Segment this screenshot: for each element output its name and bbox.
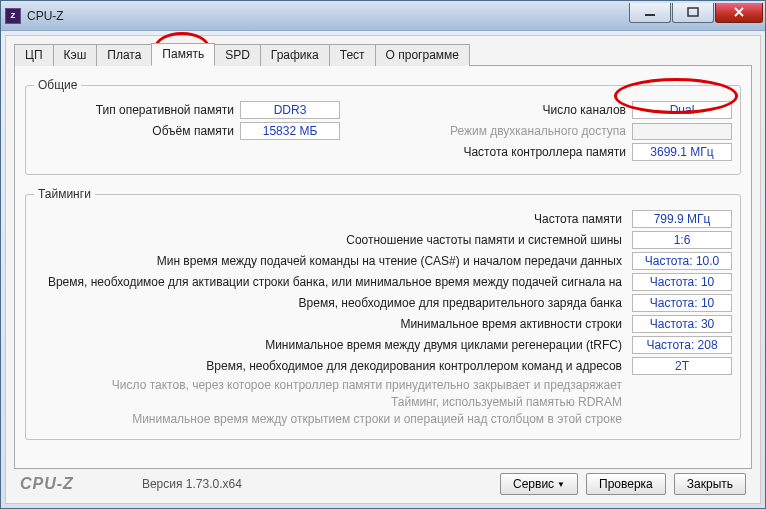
- timing-value: Частота: 10.0: [632, 252, 732, 270]
- timing-label: Время, необходимое для декодирования кон…: [34, 359, 622, 373]
- svg-rect-1: [688, 8, 698, 16]
- tab-test[interactable]: Тест: [329, 44, 376, 66]
- footer: CPU-Z Версия 1.73.0.x64 Сервис ▼ Проверк…: [14, 469, 752, 497]
- channels-value: Dual: [632, 101, 732, 119]
- timing-label-disabled: Число тактов, через которое контроллер п…: [34, 378, 622, 392]
- close-button[interactable]: [715, 3, 763, 23]
- window-controls: [629, 3, 763, 23]
- timing-label: Время, необходимое для активации строки …: [34, 275, 622, 289]
- dc-mode-label: Режим двухканального доступа: [450, 124, 626, 138]
- tab-memory[interactable]: Память: [151, 43, 215, 66]
- svg-rect-0: [645, 14, 655, 16]
- general-group: Общие Тип оперативной памяти DDR3 Число …: [25, 78, 741, 175]
- memory-tab-panel: Общие Тип оперативной памяти DDR3 Число …: [14, 65, 752, 469]
- general-legend: Общие: [34, 78, 81, 92]
- timing-label: Частота памяти: [34, 212, 622, 226]
- maximize-button[interactable]: [672, 3, 714, 23]
- brand-label: CPU-Z: [20, 475, 74, 493]
- client-area: ЦП Кэш Плата Память SPD Графика Тест О п…: [5, 35, 761, 504]
- mem-type-label: Тип оперативной памяти: [34, 103, 234, 117]
- tab-board[interactable]: Плата: [96, 44, 152, 66]
- tab-graphics[interactable]: Графика: [260, 44, 330, 66]
- mem-size-value: 15832 МБ: [240, 122, 340, 140]
- timing-value: 1:6: [632, 231, 732, 249]
- timing-label-disabled: Тайминг, используемый памятью RDRAM: [34, 395, 622, 409]
- tab-spd[interactable]: SPD: [214, 44, 261, 66]
- close-app-button-label: Закрыть: [687, 477, 733, 491]
- maximize-icon: [687, 7, 699, 17]
- timing-value: Частота: 10: [632, 273, 732, 291]
- tab-cache[interactable]: Кэш: [53, 44, 98, 66]
- timing-label: Минимальное время активности строки: [34, 317, 622, 331]
- tools-button-label: Сервис: [513, 477, 554, 491]
- tab-strip: ЦП Кэш Плата Память SPD Графика Тест О п…: [14, 42, 752, 66]
- app-window: Z CPU-Z ЦП Кэш Плата Память SPD Графика …: [0, 0, 766, 509]
- minimize-icon: [644, 7, 656, 17]
- validate-button[interactable]: Проверка: [586, 473, 666, 495]
- timings-group: Тайминги Частота памяти799.9 МГц Соотнош…: [25, 187, 741, 440]
- timing-label-disabled: Минимальное время между открытием строки…: [34, 412, 622, 426]
- timing-value: 799.9 МГц: [632, 210, 732, 228]
- timing-label: Минимальное время между двумя циклами ре…: [34, 338, 622, 352]
- nb-freq-label: Частота контроллера памяти: [463, 145, 626, 159]
- minimize-button[interactable]: [629, 3, 671, 23]
- channels-label: Число каналов: [496, 103, 626, 117]
- close-app-button[interactable]: Закрыть: [674, 473, 746, 495]
- version-label: Версия 1.73.0.x64: [142, 477, 242, 491]
- timing-value: Частота: 208: [632, 336, 732, 354]
- timing-label: Соотношение частоты памяти и системной ш…: [34, 233, 622, 247]
- tab-cpu[interactable]: ЦП: [14, 44, 54, 66]
- chevron-down-icon: ▼: [557, 480, 565, 489]
- app-icon: Z: [5, 8, 21, 24]
- validate-button-label: Проверка: [599, 477, 653, 491]
- nb-freq-value: 3699.1 МГц: [632, 143, 732, 161]
- timing-label: Время, необходимое для предварительного …: [34, 296, 622, 310]
- titlebar[interactable]: Z CPU-Z: [1, 1, 765, 31]
- dc-mode-value: [632, 123, 732, 140]
- timings-legend: Тайминги: [34, 187, 95, 201]
- mem-type-value: DDR3: [240, 101, 340, 119]
- tools-button[interactable]: Сервис ▼: [500, 473, 578, 495]
- window-title: CPU-Z: [27, 9, 629, 23]
- tab-about[interactable]: О программе: [375, 44, 470, 66]
- mem-size-label: Объём памяти: [34, 124, 234, 138]
- timing-value: 2T: [632, 357, 732, 375]
- close-icon: [733, 7, 745, 17]
- timing-label: Мин время между подачей команды на чтени…: [34, 254, 622, 268]
- timing-value: Частота: 10: [632, 294, 732, 312]
- timing-value: Частота: 30: [632, 315, 732, 333]
